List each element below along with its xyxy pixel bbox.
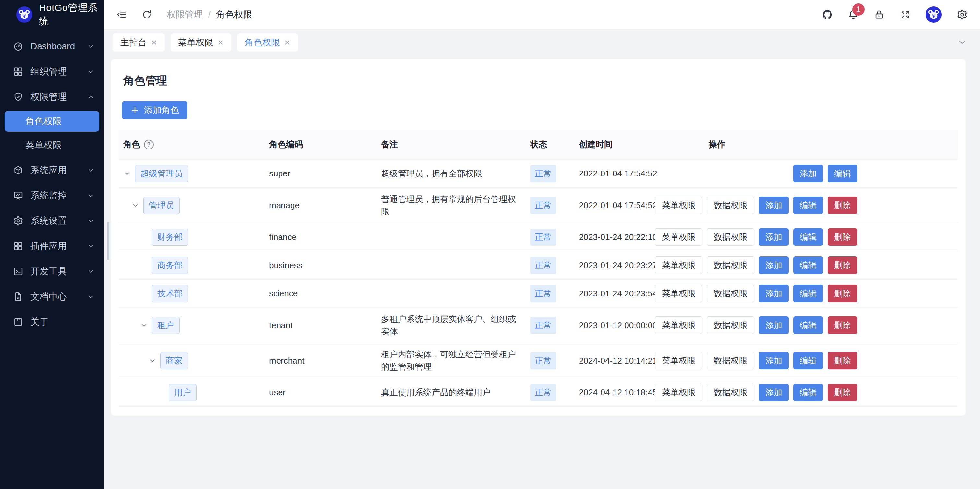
tabbar-chevron-down-icon[interactable] [957,38,967,47]
edit-button[interactable]: 编辑 [793,256,823,274]
menu-button[interactable]: 菜单权限 [655,352,702,370]
role-remark-cell [377,232,526,242]
github-icon[interactable] [822,9,833,20]
menu-button[interactable]: 菜单权限 [655,256,702,274]
add-button[interactable]: 添加 [759,196,789,214]
logo[interactable]: HotGo管理系统 [0,0,104,29]
tab-close-icon[interactable]: × [285,38,290,47]
role-status-cell: 正常 [526,252,574,279]
sidebar: HotGo管理系统 Dashboard组织管理权限管理角色权限菜单权限系统应用系… [0,0,104,489]
add-role-label: 添加角色 [144,104,179,116]
data-button[interactable]: 数据权限 [707,256,754,274]
sidebar-item-dashboard[interactable]: Dashboard [0,34,104,59]
menu-button[interactable]: 菜单权限 [655,317,702,334]
sidebar-item-system-setting[interactable]: 系统设置 [0,208,104,234]
refresh-icon[interactable] [142,9,153,20]
lock-icon[interactable] [873,9,885,20]
role-status-cell: 正常 [526,347,574,374]
row-expand-chevron-icon[interactable] [132,201,143,209]
add-role-button[interactable]: 添加角色 [122,101,188,119]
sidebar-item-label: 插件应用 [30,240,80,252]
data-button[interactable]: 数据权限 [707,384,754,401]
avatar[interactable] [926,6,942,23]
tab-label: 角色权限 [245,37,280,48]
tab-3[interactable]: 角色权限× [237,33,298,51]
tab-1[interactable]: 主控台× [113,33,165,51]
role-code-cell: manage [265,195,377,216]
sidebar-item-system-app[interactable]: 系统应用 [0,158,104,183]
del-button[interactable]: 删除 [827,285,858,302]
add-button[interactable]: 添加 [759,228,789,246]
breadcrumb: 权限管理 / 角色权限 [167,8,252,21]
del-button[interactable]: 删除 [827,384,858,401]
tab-close-icon[interactable]: × [218,38,224,47]
role-status-cell: 正常 [526,223,574,251]
sidebar-subitem-role-permission[interactable]: 角色权限 [5,111,99,132]
breadcrumb-section[interactable]: 权限管理 [167,8,203,21]
edit-button[interactable]: 编辑 [793,317,823,334]
edit-button[interactable]: 编辑 [793,384,823,401]
row-expand-chevron-icon[interactable] [140,321,152,329]
sidebar-item-permission[interactable]: 权限管理 [0,84,104,110]
role-tag: 财务部 [152,229,188,246]
tab-close-icon[interactable]: × [151,38,157,47]
edit-button[interactable]: 编辑 [793,228,823,246]
edit-button[interactable]: 编辑 [793,285,823,302]
header-actions: 1 [822,6,968,23]
del-button[interactable]: 删除 [827,256,858,274]
data-button[interactable]: 数据权限 [707,352,754,370]
data-button[interactable]: 数据权限 [707,285,754,302]
data-button[interactable]: 数据权限 [707,228,754,246]
menu-button[interactable]: 菜单权限 [655,196,702,214]
tab-2[interactable]: 菜单权限× [170,33,232,51]
sidebar-item-organization[interactable]: 组织管理 [0,59,104,84]
del-button[interactable]: 删除 [827,228,858,246]
del-button[interactable]: 删除 [827,352,858,370]
data-button[interactable]: 数据权限 [707,196,754,214]
menu-button[interactable]: 菜单权限 [655,285,702,302]
sidebar-subitem-menu-permission[interactable]: 菜单权限 [0,133,104,158]
add-button[interactable]: 添加 [759,256,789,274]
sidebar-item-label: 权限管理 [30,91,80,103]
add-button[interactable]: 添加 [759,384,789,401]
row-expand-chevron-icon[interactable] [123,170,135,177]
add-button[interactable]: 添加 [759,317,789,334]
del-button[interactable]: 删除 [827,196,858,214]
role-name-cell: 用户 [119,379,265,406]
settings-gear-icon[interactable] [957,9,968,20]
add-button[interactable]: 添加 [793,165,823,182]
menu-button[interactable]: 菜单权限 [655,228,702,246]
breadcrumb-page[interactable]: 角色权限 [216,8,252,21]
grid-icon [13,241,23,251]
sidebar-item-doc-center[interactable]: 文档中心 [0,284,104,309]
bell-icon[interactable]: 1 [848,9,859,20]
edit-button[interactable]: 编辑 [827,165,858,182]
status-badge: 正常 [530,197,556,214]
sidebar-item-plugin-app[interactable]: 插件应用 [0,234,104,259]
role-tag: 商家 [160,352,188,370]
add-button[interactable]: 添加 [759,352,789,370]
fullscreen-icon[interactable] [900,9,911,20]
sidebar-item-system-monitor[interactable]: 系统监控 [0,183,104,208]
tree-indent [123,392,157,393]
menu-fold-icon[interactable] [116,9,127,20]
column-header-4: 状态 [526,130,574,159]
add-button[interactable]: 添加 [759,285,789,302]
del-button[interactable]: 删除 [827,317,858,334]
sidebar-scrollbar[interactable] [107,222,109,260]
help-icon[interactable]: ? [144,140,154,150]
role-tag: 租户 [152,317,180,334]
menu-button[interactable]: 菜单权限 [655,384,702,401]
tabs: 主控台×菜单权限×角色权限× [113,33,298,51]
status-badge: 正常 [530,165,556,182]
table-row: 租户tenant多租户系统中顶层实体客户、组织或实体正常2023-01-12 0… [119,308,958,343]
data-button[interactable]: 数据权限 [707,317,754,334]
edit-button[interactable]: 编辑 [793,352,823,370]
role-remark-cell: 租户内部实体，可独立经营但受租户的监管和管理 [377,343,526,378]
row-expand-chevron-icon[interactable] [148,357,160,365]
edit-button[interactable]: 编辑 [793,196,823,214]
sidebar-item-about[interactable]: 关于 [0,309,104,334]
sidebar-item-dev-tools[interactable]: 开发工具 [0,259,104,284]
monitor-icon [13,190,23,201]
role-remark-cell: 真正使用系统产品的终端用户 [377,381,526,404]
